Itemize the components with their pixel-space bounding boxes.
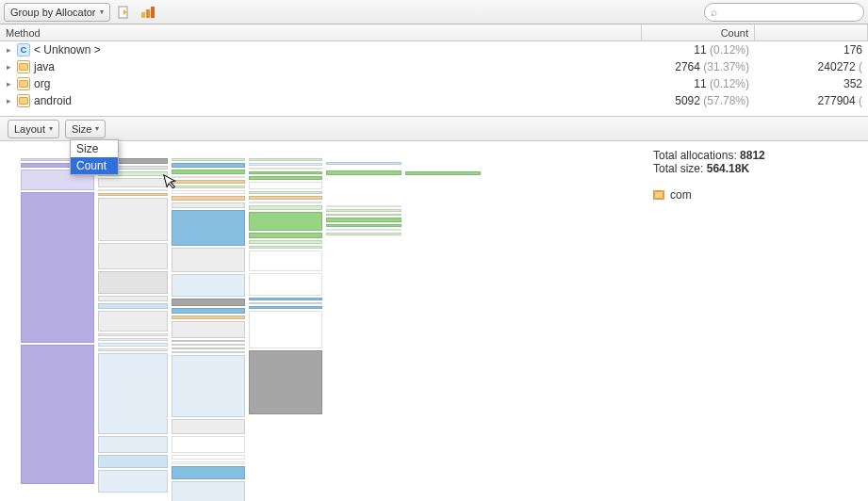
size-button[interactable]: Size ▾ — [65, 120, 106, 138]
column-method[interactable]: Method — [0, 24, 642, 40]
row-count: 11 — [694, 43, 706, 57]
package-icon — [17, 94, 30, 107]
disclose-icon[interactable]: ▸ — [4, 62, 13, 72]
row-name: < Unknown > — [34, 43, 101, 57]
summary-entry[interactable]: com — [653, 188, 859, 202]
row-pct: (57.78%) — [703, 94, 749, 107]
package-icon — [17, 60, 30, 73]
summary-panel: Total allocations: 8812 Total size: 564.… — [644, 141, 868, 501]
column-third[interactable] — [755, 24, 868, 40]
table-row[interactable]: ▸ org 11 (0.12%) 352 — [0, 75, 868, 92]
table-header: Method Count — [0, 24, 868, 41]
svg-rect-2 — [146, 9, 150, 18]
chevron-down-icon: ▾ — [49, 124, 53, 133]
row-count: 5092 — [675, 94, 700, 107]
row-third: 176 — [843, 43, 862, 57]
visualization-panel[interactable] — [0, 141, 644, 501]
table-row[interactable]: ▸ android 5092 (57.78%) 277904 ( — [0, 92, 868, 109]
package-icon — [17, 77, 30, 90]
layout-label: Layout — [14, 123, 45, 135]
row-pct: (31.37%) — [703, 60, 749, 73]
disclose-icon[interactable]: ▸ — [4, 96, 13, 105]
row-third: 240272 — [818, 60, 856, 73]
row-count: 2764 — [675, 60, 700, 73]
row-name: android — [34, 94, 72, 107]
table-row[interactable]: ▸ java 2764 (31.37%) 240272 ( — [0, 58, 868, 75]
search-icon: ⌕ — [711, 7, 717, 18]
disclose-icon[interactable]: ▸ — [4, 79, 13, 89]
class-icon: C — [17, 43, 30, 57]
layout-button[interactable]: Layout ▾ — [8, 120, 59, 138]
size-dropdown: Size Count — [70, 139, 119, 175]
group-by-label: Group by Allocator — [10, 7, 96, 18]
table-row[interactable]: ▸ C < Unknown > 11 (0.12%) 176 — [0, 41, 868, 58]
main: Total allocations: 8812 Total size: 564.… — [0, 141, 868, 501]
table-body: ▸ C < Unknown > 11 (0.12%) 176 ▸ java 27… — [0, 41, 868, 117]
row-third-ex: ( — [859, 60, 862, 73]
size-label: Size — [72, 123, 91, 135]
row-third-ex: ( — [859, 94, 862, 107]
row-pct: (0.12%) — [710, 43, 749, 57]
summary-entry-label: com — [670, 188, 692, 202]
disclose-icon[interactable]: ▸ — [4, 45, 13, 55]
svg-rect-3 — [151, 7, 155, 18]
chart-icon-button[interactable] — [139, 3, 159, 22]
sub-toolbar: Layout ▾ Size ▾ Size Count — [0, 117, 868, 141]
row-count: 11 — [694, 77, 706, 90]
dropdown-item-count[interactable]: Count — [71, 157, 118, 174]
search-input[interactable] — [721, 7, 858, 18]
svg-rect-1 — [141, 12, 145, 18]
row-third: 277904 — [818, 94, 856, 107]
group-by-allocator-button[interactable]: Group by Allocator ▾ — [4, 3, 110, 22]
prev-icon-button[interactable] — [114, 3, 135, 22]
chevron-down-icon: ▾ — [95, 124, 99, 133]
package-icon — [653, 190, 664, 200]
row-name: org — [34, 77, 50, 90]
top-toolbar: Group by Allocator ▾ ⌕ — [0, 0, 868, 24]
chevron-down-icon: ▾ — [100, 8, 104, 16]
row-pct: (0.12%) — [710, 77, 749, 90]
row-third: 352 — [843, 77, 862, 90]
total-allocations: Total allocations: 8812 — [653, 149, 859, 162]
row-name: java — [34, 60, 55, 73]
column-count[interactable]: Count — [642, 24, 755, 40]
dropdown-item-size[interactable]: Size — [71, 140, 118, 157]
search-field[interactable]: ⌕ — [704, 3, 864, 22]
total-size: Total size: 564.18K — [653, 162, 859, 175]
